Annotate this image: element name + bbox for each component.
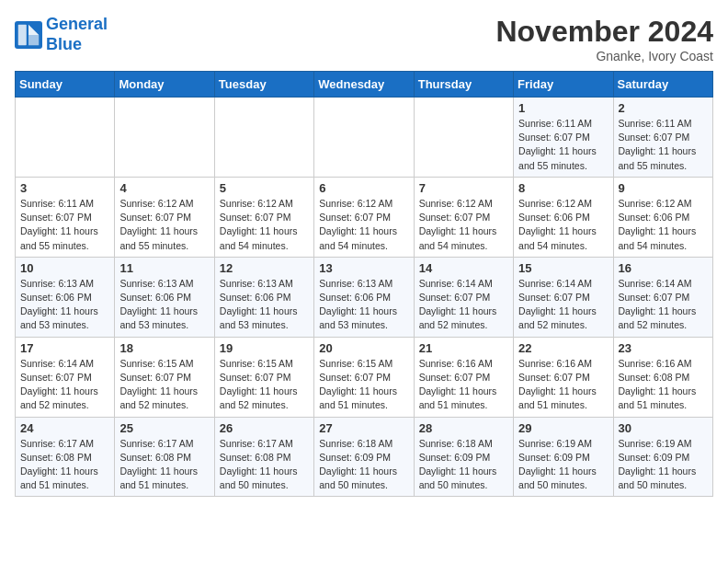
day-info: Sunrise: 6:12 AM Sunset: 6:07 PM Dayligh…	[319, 197, 408, 253]
week-row-1: 1Sunrise: 6:11 AM Sunset: 6:07 PM Daylig…	[16, 98, 713, 178]
calendar-cell: 18Sunrise: 6:15 AM Sunset: 6:07 PM Dayli…	[115, 337, 214, 417]
calendar-cell: 13Sunrise: 6:13 AM Sunset: 6:06 PM Dayli…	[314, 257, 414, 337]
day-info: Sunrise: 6:13 AM Sunset: 6:06 PM Dayligh…	[20, 277, 109, 333]
day-info: Sunrise: 6:12 AM Sunset: 6:07 PM Dayligh…	[419, 197, 508, 253]
calendar-cell: 1Sunrise: 6:11 AM Sunset: 6:07 PM Daylig…	[514, 98, 613, 178]
day-info: Sunrise: 6:14 AM Sunset: 6:07 PM Dayligh…	[518, 277, 608, 333]
calendar-cell: 26Sunrise: 6:17 AM Sunset: 6:08 PM Dayli…	[214, 417, 313, 497]
month-title: November 2024	[495, 15, 713, 49]
day-number: 21	[419, 341, 508, 355]
logo-text: General Blue	[46, 15, 108, 54]
logo-line1: General	[46, 15, 108, 33]
calendar-cell	[115, 98, 214, 178]
day-number: 14	[419, 261, 508, 275]
calendar-cell: 28Sunrise: 6:18 AM Sunset: 6:09 PM Dayli…	[414, 417, 513, 497]
day-number: 5	[220, 181, 309, 195]
calendar-cell: 5Sunrise: 6:12 AM Sunset: 6:07 PM Daylig…	[214, 177, 313, 257]
calendar-cell: 11Sunrise: 6:13 AM Sunset: 6:06 PM Dayli…	[115, 257, 214, 337]
day-number: 13	[319, 261, 408, 275]
day-info: Sunrise: 6:17 AM Sunset: 6:08 PM Dayligh…	[220, 437, 309, 493]
day-info: Sunrise: 6:17 AM Sunset: 6:08 PM Dayligh…	[119, 437, 209, 493]
calendar-cell	[16, 98, 115, 178]
calendar-cell: 27Sunrise: 6:18 AM Sunset: 6:09 PM Dayli…	[314, 417, 414, 497]
calendar-cell: 19Sunrise: 6:15 AM Sunset: 6:07 PM Dayli…	[214, 337, 313, 417]
calendar-cell: 17Sunrise: 6:14 AM Sunset: 6:07 PM Dayli…	[16, 337, 115, 417]
calendar-cell	[214, 98, 313, 178]
day-info: Sunrise: 6:13 AM Sunset: 6:06 PM Dayligh…	[220, 277, 309, 333]
calendar-header-row: SundayMondayTuesdayWednesdayThursdayFrid…	[16, 72, 713, 98]
logo: General Blue	[15, 15, 108, 54]
calendar-cell: 20Sunrise: 6:15 AM Sunset: 6:07 PM Dayli…	[314, 337, 414, 417]
calendar-cell: 9Sunrise: 6:12 AM Sunset: 6:06 PM Daylig…	[613, 177, 712, 257]
day-info: Sunrise: 6:16 AM Sunset: 6:07 PM Dayligh…	[518, 357, 608, 413]
day-number: 25	[119, 421, 209, 435]
day-info: Sunrise: 6:12 AM Sunset: 6:06 PM Dayligh…	[619, 197, 708, 253]
day-info: Sunrise: 6:15 AM Sunset: 6:07 PM Dayligh…	[319, 357, 408, 413]
title-block: November 2024 Gnanke, Ivory Coast	[495, 15, 713, 63]
day-number: 1	[518, 101, 608, 115]
location-subtitle: Gnanke, Ivory Coast	[495, 49, 713, 63]
day-header-saturday: Saturday	[613, 72, 712, 98]
day-info: Sunrise: 6:11 AM Sunset: 6:07 PM Dayligh…	[20, 197, 109, 253]
svg-rect-3	[18, 24, 27, 45]
day-header-thursday: Thursday	[414, 72, 513, 98]
day-number: 3	[20, 181, 109, 195]
day-number: 11	[119, 261, 209, 275]
calendar-cell: 23Sunrise: 6:16 AM Sunset: 6:08 PM Dayli…	[613, 337, 712, 417]
week-row-4: 17Sunrise: 6:14 AM Sunset: 6:07 PM Dayli…	[16, 337, 713, 417]
day-number: 20	[319, 341, 408, 355]
day-header-friday: Friday	[514, 72, 613, 98]
day-number: 24	[20, 421, 109, 435]
week-row-3: 10Sunrise: 6:13 AM Sunset: 6:06 PM Dayli…	[16, 257, 713, 337]
day-number: 17	[20, 341, 109, 355]
day-header-monday: Monday	[115, 72, 214, 98]
day-number: 16	[619, 261, 708, 275]
day-number: 9	[619, 181, 708, 195]
day-info: Sunrise: 6:14 AM Sunset: 6:07 PM Dayligh…	[619, 277, 708, 333]
calendar-cell: 6Sunrise: 6:12 AM Sunset: 6:07 PM Daylig…	[314, 177, 414, 257]
day-number: 30	[619, 421, 708, 435]
day-info: Sunrise: 6:12 AM Sunset: 6:06 PM Dayligh…	[518, 197, 608, 253]
calendar-cell: 10Sunrise: 6:13 AM Sunset: 6:06 PM Dayli…	[16, 257, 115, 337]
logo-icon	[15, 21, 42, 49]
calendar-cell	[314, 98, 414, 178]
day-number: 26	[220, 421, 309, 435]
calendar-cell: 21Sunrise: 6:16 AM Sunset: 6:07 PM Dayli…	[414, 337, 513, 417]
day-number: 7	[419, 181, 508, 195]
day-number: 4	[119, 181, 209, 195]
day-info: Sunrise: 6:14 AM Sunset: 6:07 PM Dayligh…	[20, 357, 109, 413]
day-number: 6	[319, 181, 408, 195]
day-info: Sunrise: 6:12 AM Sunset: 6:07 PM Dayligh…	[220, 197, 309, 253]
day-info: Sunrise: 6:19 AM Sunset: 6:09 PM Dayligh…	[619, 437, 708, 493]
calendar-cell	[414, 98, 513, 178]
day-header-sunday: Sunday	[16, 72, 115, 98]
calendar-cell: 8Sunrise: 6:12 AM Sunset: 6:06 PM Daylig…	[514, 177, 613, 257]
calendar-table: SundayMondayTuesdayWednesdayThursdayFrid…	[15, 71, 713, 497]
day-number: 28	[419, 421, 508, 435]
day-info: Sunrise: 6:18 AM Sunset: 6:09 PM Dayligh…	[419, 437, 508, 493]
calendar-cell: 29Sunrise: 6:19 AM Sunset: 6:09 PM Dayli…	[514, 417, 613, 497]
day-info: Sunrise: 6:14 AM Sunset: 6:07 PM Dayligh…	[419, 277, 508, 333]
calendar-cell: 3Sunrise: 6:11 AM Sunset: 6:07 PM Daylig…	[16, 177, 115, 257]
svg-marker-2	[28, 35, 39, 45]
logo-line2: Blue	[46, 35, 82, 53]
calendar-cell: 4Sunrise: 6:12 AM Sunset: 6:07 PM Daylig…	[115, 177, 214, 257]
day-number: 2	[619, 101, 708, 115]
day-header-tuesday: Tuesday	[214, 72, 313, 98]
day-header-wednesday: Wednesday	[314, 72, 414, 98]
day-number: 18	[119, 341, 209, 355]
calendar-cell: 16Sunrise: 6:14 AM Sunset: 6:07 PM Dayli…	[613, 257, 712, 337]
day-info: Sunrise: 6:15 AM Sunset: 6:07 PM Dayligh…	[119, 357, 209, 413]
day-number: 19	[220, 341, 309, 355]
calendar-cell: 24Sunrise: 6:17 AM Sunset: 6:08 PM Dayli…	[16, 417, 115, 497]
day-info: Sunrise: 6:11 AM Sunset: 6:07 PM Dayligh…	[518, 117, 608, 173]
calendar-cell: 12Sunrise: 6:13 AM Sunset: 6:06 PM Dayli…	[214, 257, 313, 337]
day-number: 29	[518, 421, 608, 435]
day-info: Sunrise: 6:16 AM Sunset: 6:07 PM Dayligh…	[419, 357, 508, 413]
calendar-cell: 15Sunrise: 6:14 AM Sunset: 6:07 PM Dayli…	[514, 257, 613, 337]
day-info: Sunrise: 6:13 AM Sunset: 6:06 PM Dayligh…	[119, 277, 209, 333]
day-number: 22	[518, 341, 608, 355]
calendar-cell: 25Sunrise: 6:17 AM Sunset: 6:08 PM Dayli…	[115, 417, 214, 497]
week-row-5: 24Sunrise: 6:17 AM Sunset: 6:08 PM Dayli…	[16, 417, 713, 497]
day-info: Sunrise: 6:19 AM Sunset: 6:09 PM Dayligh…	[518, 437, 608, 493]
